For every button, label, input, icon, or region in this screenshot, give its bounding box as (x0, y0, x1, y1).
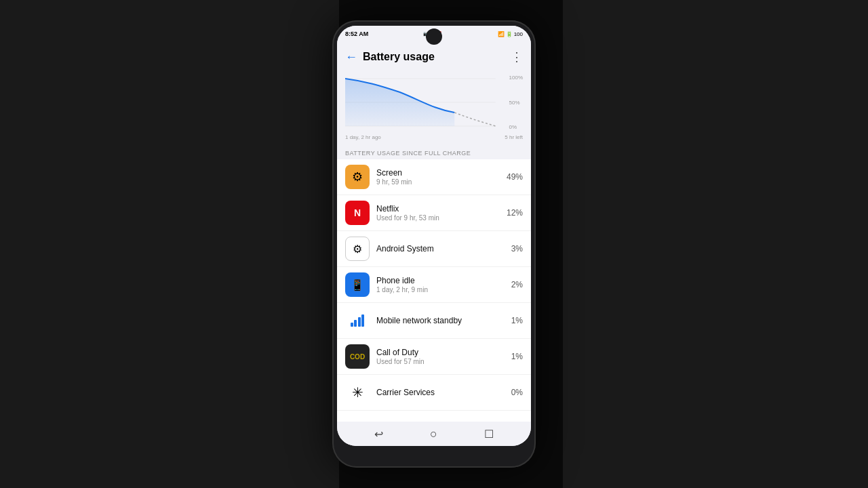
list-item[interactable]: ✳ Carrier Services 0% (337, 375, 531, 411)
chart-time-start: 1 day, 2 hr ago (345, 134, 381, 140)
list-item[interactable]: ⚙ Screen 9 hr, 59 min 49% (337, 159, 531, 195)
home-button[interactable]: ○ (430, 427, 437, 441)
app-info: Mobile network standby (376, 316, 511, 325)
phone-device: 8:52 AM 📷 ⚙ ⏰ 📶 🔋 100 ← Battery usage ⋮ (332, 20, 536, 468)
back-button[interactable]: ← (345, 50, 357, 64)
app-pct: 12% (507, 208, 523, 218)
app-name: Screen (376, 168, 507, 178)
app-info: Call of Duty Used for 57 min (376, 348, 511, 365)
android-icon: ⚙ (345, 237, 370, 261)
top-nav: ← Battery usage ⋮ (337, 42, 531, 72)
phone-icon: 📱 (345, 272, 370, 297)
page-title: Battery usage (363, 51, 511, 63)
app-sub: 9 hr, 59 min (376, 178, 507, 186)
app-name: Phone idle (376, 276, 511, 285)
app-name: Carrier Services (376, 388, 511, 397)
list-item[interactable]: Mobile network standby 1% (337, 303, 531, 339)
screen-icon: ⚙ (345, 165, 370, 189)
phone-screen: 8:52 AM 📷 ⚙ ⏰ 📶 🔋 100 ← Battery usage ⋮ (337, 26, 531, 446)
chart-labels-right: 100% 50% 0% (509, 72, 523, 133)
battery-text: 100 (514, 31, 523, 37)
app-name: Call of Duty (376, 348, 511, 357)
chart-label-0: 0% (509, 124, 523, 130)
back-nav-button[interactable]: ☐ (484, 428, 494, 441)
app-pct: 0% (511, 388, 523, 397)
battery-chart-svg (345, 72, 523, 133)
cod-icon: COD (345, 344, 370, 369)
app-info: Netflix Used for 9 hr, 53 min (376, 204, 507, 222)
app-pct: 49% (507, 172, 523, 182)
app-sub: 1 day, 2 hr, 9 min (376, 286, 511, 293)
status-icons: 📶 🔋 100 (498, 31, 523, 37)
chart-labels-bottom: 1 day, 2 hr ago 5 hr left (345, 134, 523, 140)
app-name: Android System (376, 244, 511, 253)
app-info: Android System (376, 244, 511, 253)
wifi-icon: 🔋 (506, 31, 513, 37)
chart-time-end: 5 hr left (505, 134, 523, 140)
camera-notch (426, 28, 442, 45)
chart-label-50: 50% (509, 100, 523, 106)
list-item[interactable]: ⚙ Android System 3% (337, 231, 531, 267)
app-pct: 3% (511, 244, 523, 253)
list-item[interactable]: COD Call of Duty Used for 57 min 1% (337, 339, 531, 375)
app-list: ⚙ Screen 9 hr, 59 min 49% N Netflix (337, 159, 531, 422)
carrier-icon: ✳ (345, 380, 370, 405)
background-left (0, 0, 339, 488)
app-sub: Used for 9 hr, 53 min (376, 214, 507, 222)
app-info: Phone idle 1 day, 2 hr, 9 min (376, 276, 511, 293)
app-name: Mobile network standby (376, 316, 511, 325)
app-pct: 1% (511, 316, 523, 325)
signal-icon: 📶 (498, 31, 505, 37)
netflix-icon: N (345, 201, 370, 225)
app-pct: 1% (511, 352, 523, 361)
scene: 8:52 AM 📷 ⚙ ⏰ 📶 🔋 100 ← Battery usage ⋮ (0, 0, 868, 488)
battery-chart-container: 100% 50% 0% 1 day, 2 hr ago 5 hr left (337, 72, 531, 146)
chart-svg-wrap: 100% 50% 0% (345, 72, 523, 133)
network-icon (345, 308, 370, 333)
list-item[interactable]: N Netflix Used for 9 hr, 53 min 12% (337, 195, 531, 231)
more-options-button[interactable]: ⋮ (511, 49, 523, 64)
section-header: BATTERY USAGE SINCE FULL CHARGE (337, 146, 531, 159)
recents-button[interactable]: ↩ (374, 428, 383, 441)
status-time: 8:52 AM (345, 30, 368, 37)
app-sub: Used for 57 min (376, 358, 511, 365)
signal-bars (351, 314, 365, 327)
app-pct: 2% (511, 280, 523, 289)
background-right (563, 0, 868, 488)
chart-label-100: 100% (509, 75, 523, 81)
app-info: Screen 9 hr, 59 min (376, 168, 507, 186)
app-info: Carrier Services (376, 388, 511, 397)
bottom-nav: ↩ ○ ☐ (337, 422, 531, 446)
app-name: Netflix (376, 204, 507, 214)
list-item[interactable]: 📱 Phone idle 1 day, 2 hr, 9 min 2% (337, 267, 531, 303)
